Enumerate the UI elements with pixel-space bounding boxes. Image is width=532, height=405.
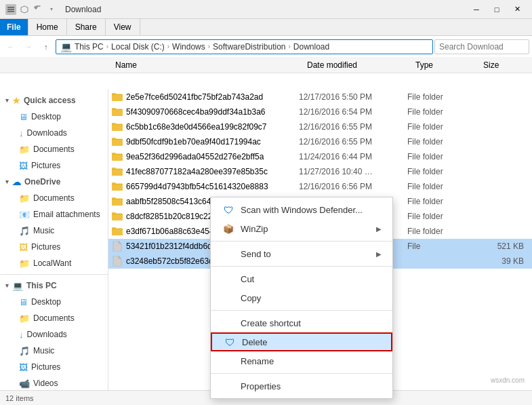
col-header-size[interactable]: Size <box>478 60 532 70</box>
sidebar-item-downloads-quick[interactable]: ↓ Downloads <box>0 125 108 141</box>
context-menu-scan[interactable]: 🛡 Scan with Windows Defender... <box>211 200 392 219</box>
desktop-icon: 🖥 <box>19 112 28 122</box>
minimize-button[interactable]: ─ <box>467 3 486 16</box>
sidebar-item-documents-pc[interactable]: 📁 Documents <box>0 310 108 326</box>
col-header-name[interactable]: Name <box>115 60 302 70</box>
file-type: File <box>407 242 475 251</box>
pictures-icon: 🖼 <box>19 161 28 171</box>
context-menu-rename-label: Rename <box>241 356 274 366</box>
file-name: 9dbf50fcdf9b1eb70ea9f40d171994ac <box>126 137 299 147</box>
sidebar-label: Desktop <box>31 297 61 307</box>
file-size: 521 KB <box>475 242 529 251</box>
context-menu-create-shortcut[interactable]: Create shortcut <box>211 313 392 332</box>
file-name: 41fec887077182a4a280ee397e85b35c <box>126 167 299 176</box>
context-menu-divider-1 <box>211 241 392 242</box>
table-row[interactable]: 6c5bb1c68e3de0d4566ea199c82f09c712/16/20… <box>108 119 532 134</box>
sidebar-item-documents-quick[interactable]: 📁 Documents <box>0 141 108 157</box>
sidebar-item-desktop[interactable]: 🖥 Desktop <box>0 109 108 125</box>
file-date: 12/17/2016 5:50 PM <box>299 92 407 102</box>
folder-icon <box>111 225 123 237</box>
context-menu-scan-label: Scan with Windows Defender... <box>241 205 363 215</box>
context-menu-copy[interactable]: Copy <box>211 288 392 307</box>
forward-button[interactable]: → <box>20 39 37 55</box>
file-type: File folder <box>407 227 475 236</box>
undo-icon[interactable] <box>33 4 43 15</box>
file-type: File folder <box>407 107 475 117</box>
sidebar-item-pictures-pc[interactable]: 🖼 Pictures <box>0 359 108 375</box>
folder-icon: 📁 <box>19 258 30 269</box>
file-type: File folder <box>407 212 475 221</box>
sidebar: ▾ ★ Quick access 🖥 Desktop ↓ Downloads 📁… <box>0 90 108 405</box>
documents-icon: 📁 <box>19 313 30 324</box>
context-menu-copy-label: Copy <box>241 293 261 303</box>
window-menu-icon[interactable] <box>5 4 16 15</box>
music-icon: 🎵 <box>19 346 30 356</box>
search-input[interactable] <box>434 39 529 54</box>
sidebar-group-onedrive[interactable]: ▾ ☁ OneDrive <box>0 174 108 190</box>
file-type: File folder <box>407 197 475 206</box>
file-date: 12/16/2016 6:55 PM <box>299 122 407 132</box>
chevron-icon: ▾ <box>5 282 9 289</box>
sidebar-item-videos-pc[interactable]: 📹 Videos <box>0 375 108 391</box>
downloads-icon: ↓ <box>19 330 24 340</box>
up-button[interactable]: ↑ <box>38 39 54 55</box>
dropdown-icon[interactable]: ▾ <box>46 4 57 15</box>
context-menu-create-shortcut-label: Create shortcut <box>241 318 301 328</box>
file-type: File folder <box>407 137 475 147</box>
delete-shield-icon: 🛡 <box>223 336 237 348</box>
col-header-type[interactable]: Type <box>410 60 478 70</box>
path-local-disk-c[interactable]: Local Disk (C:) <box>111 42 165 52</box>
context-menu-rename[interactable]: Rename <box>211 351 392 370</box>
tab-share[interactable]: Share <box>67 19 106 35</box>
ribbon-tabs: File Home Share View <box>0 19 532 35</box>
address-path[interactable]: 💻 This PC › Local Disk (C:) › Windows › … <box>56 39 433 54</box>
quick-access-toolbar-icon[interactable] <box>19 4 30 15</box>
back-button[interactable]: ← <box>3 39 19 55</box>
sidebar-item-localwant[interactable]: 📁 LocalWant <box>0 255 108 271</box>
sidebar-item-music-od[interactable]: 🎵 Music <box>0 223 108 239</box>
sidebar-item-documents-od[interactable]: 📁 Documents <box>0 190 108 206</box>
file-name: 9ea52f36d2996ada04552d276e2bff5a <box>126 152 299 161</box>
tab-home[interactable]: Home <box>28 19 67 35</box>
email-icon: 📧 <box>19 210 30 220</box>
sidebar-item-music-pc[interactable]: 🎵 Music <box>0 343 108 359</box>
sidebar-item-email-attachments[interactable]: 📧 Email attachments <box>0 206 108 223</box>
context-menu-sendto[interactable]: Send to ▶ <box>211 244 392 263</box>
sidebar-group-quick-access[interactable]: ▾ ★ Quick access <box>0 92 108 109</box>
sidebar-item-desktop-pc[interactable]: 🖥 Desktop <box>0 294 108 310</box>
table-row[interactable]: 5f43090970668cec4ba99ddf34a1b3a612/16/20… <box>108 104 532 119</box>
videos-icon: 📹 <box>19 379 30 389</box>
file-date: 12/16/2016 6:55 PM <box>299 137 407 147</box>
file-size: 39 KB <box>475 256 529 266</box>
context-menu-delete[interactable]: 🛡 Delete <box>211 332 392 351</box>
tab-view[interactable]: View <box>106 19 140 35</box>
path-windows[interactable]: Windows <box>172 42 205 52</box>
table-row[interactable]: 41fec887077182a4a280ee397e85b35c11/27/20… <box>108 164 532 179</box>
maximize-button[interactable]: □ <box>487 3 506 16</box>
table-row[interactable]: 2e5e7fce6d50241fbc75bf2ab743a2ad12/17/20… <box>108 90 532 104</box>
file-date: 11/24/2016 6:44 PM <box>299 152 407 161</box>
context-menu-winzip[interactable]: 📦 WinZip ▶ <box>211 219 392 238</box>
context-menu: 🛡 Scan with Windows Defender... 📦 WinZip… <box>210 197 393 399</box>
path-download[interactable]: Download <box>293 42 329 52</box>
sidebar-item-pictures-quick[interactable]: 🖼 Pictures <box>0 157 108 174</box>
title-bar-controls: ─ □ ✕ <box>467 3 527 16</box>
ribbon: File Home Share View <box>0 19 532 36</box>
close-button[interactable]: ✕ <box>508 3 527 16</box>
file-name: 2e5e7fce6d50241fbc75bf2ab743a2ad <box>126 92 299 102</box>
table-row[interactable]: 9ea52f36d2996ada04552d276e2bff5a11/24/20… <box>108 149 532 164</box>
col-header-date[interactable]: Date modified <box>302 60 410 70</box>
sidebar-item-downloads-pc[interactable]: ↓ Downloads <box>0 326 108 343</box>
context-menu-properties[interactable]: Properties <box>211 377 392 396</box>
sidebar-item-pictures-od[interactable]: 🖼 Pictures <box>0 239 108 255</box>
file-type: File folder <box>407 92 475 102</box>
sidebar-group-this-pc[interactable]: ▾ 💻 This PC <box>0 277 108 294</box>
tab-file[interactable]: File <box>0 19 28 35</box>
table-row[interactable]: 665799d4d7943bfb54c51614320e888312/16/20… <box>108 179 532 194</box>
path-software-distribution[interactable]: SoftwareDistribution <box>213 42 285 52</box>
folder-icon <box>111 91 123 103</box>
context-menu-cut[interactable]: Cut <box>211 269 392 288</box>
sidebar-label: Pictures <box>31 161 60 170</box>
path-this-pc[interactable]: This PC <box>75 42 104 52</box>
table-row[interactable]: 9dbf50fcdf9b1eb70ea9f40d171994ac12/16/20… <box>108 134 532 149</box>
